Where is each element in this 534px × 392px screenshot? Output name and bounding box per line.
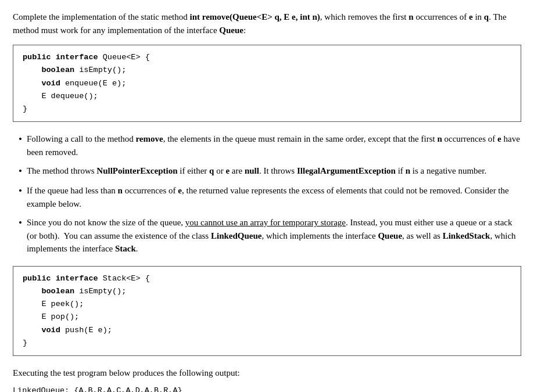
stack-line-6: } [23, 339, 27, 347]
bullet-text-2: The method throws NullPointerException i… [27, 164, 521, 178]
stack-line-4: E pop(); [23, 312, 79, 321]
queue-interface-block: public interface Queue<E> { boolean isEm… [13, 45, 521, 122]
stack-line-3: E peek(); [23, 300, 84, 308]
bullet-symbol-4: • [19, 216, 22, 230]
output-section: Executing the test program below produce… [13, 366, 521, 392]
code-line-4: E dequeue(); [23, 92, 98, 100]
bullet-item-4: • Since you do not know the size of the … [19, 216, 521, 256]
code-line-3: void enqueue(E e); [23, 79, 126, 88]
bullet-list: • Following a call to the method remove,… [19, 132, 521, 255]
output-code-block: LinkedQueue: {A,B,R,A,C,A,D,A,B,R,A} 0 L… [13, 384, 521, 392]
output-line-1: LinkedQueue: {A,B,R,A,C,A,D,A,B,R,A} [13, 386, 182, 392]
bullet-item-1: • Following a call to the method remove,… [19, 132, 521, 159]
bullet-symbol-1: • [19, 132, 22, 146]
stack-interface-block: public interface Stack<E> { boolean isEm… [13, 266, 521, 357]
e-bold-1: e [469, 12, 473, 21]
bullet-symbol-2: • [19, 164, 22, 178]
stack-line-1: public interface [23, 274, 98, 283]
bullet-text-1: Following a call to the method remove, t… [27, 132, 521, 159]
code-line-2: boolean isEmpty(); [23, 66, 126, 74]
interface-bold: Queue [219, 26, 243, 35]
stack-line-1-rest: Stack<E> { [103, 274, 150, 283]
intro-paragraph: Complete the implementation of the stati… [13, 10, 521, 37]
bullet-item-2: • The method throws NullPointerException… [19, 164, 521, 178]
stack-line-5: void push(E e); [23, 326, 112, 335]
code-line-1-rest: Queue<E> { [103, 53, 150, 62]
method-sig-bold: int remove(Queue<E> q, E e, int n) [190, 12, 320, 21]
stack-line-2: boolean isEmpty(); [23, 287, 126, 296]
code-line-5: } [23, 105, 27, 113]
q-bold-1: q [484, 12, 489, 21]
bullet-symbol-3: • [19, 184, 22, 198]
bullet-text-4: Since you do not know the size of the qu… [27, 216, 521, 256]
bullet-text-3: If the queue had less than n occurrences… [27, 184, 521, 210]
bullet-item-3: • If the queue had less than n occurrenc… [19, 184, 521, 210]
code-line-1: public interface [23, 53, 98, 62]
output-label: Executing the test program below produce… [13, 366, 521, 380]
n-bold-1: n [408, 12, 413, 21]
